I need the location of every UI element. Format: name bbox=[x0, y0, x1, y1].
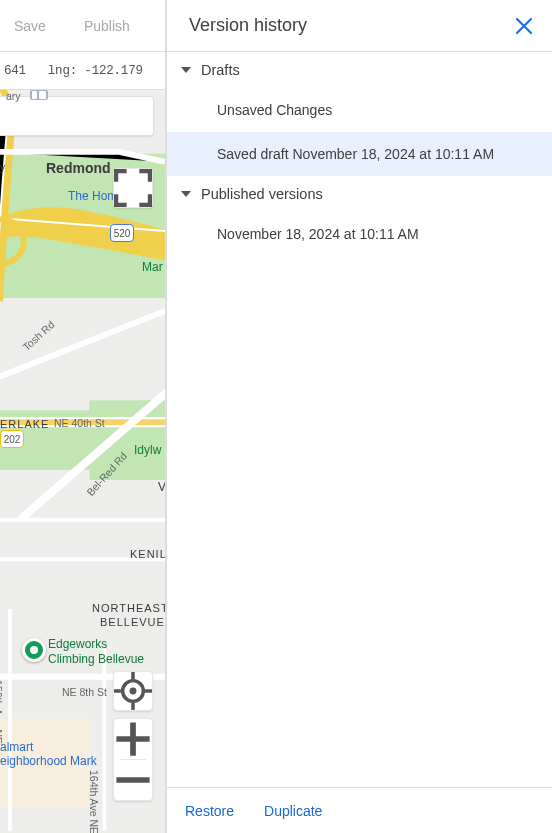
zoom-control bbox=[113, 718, 153, 801]
library-icon bbox=[30, 90, 48, 100]
published-version[interactable]: November 18, 2024 at 10:11 AM bbox=[167, 212, 552, 256]
section-published[interactable]: Published versions bbox=[167, 176, 552, 212]
chevron-down-icon bbox=[181, 67, 191, 73]
svg-point-10 bbox=[130, 688, 137, 695]
panel-footer: Restore Duplicate bbox=[167, 787, 552, 833]
svg-rect-7 bbox=[32, 91, 37, 99]
section-label: Published versions bbox=[201, 186, 323, 202]
locate-button[interactable] bbox=[113, 671, 153, 711]
chevron-down-icon bbox=[181, 191, 191, 197]
lng-value: -122.179 bbox=[84, 64, 142, 78]
shield-202: 202 bbox=[0, 430, 24, 448]
version-list: Drafts Unsaved Changes Saved draft Novem… bbox=[167, 52, 552, 787]
map-search-input[interactable] bbox=[0, 96, 154, 136]
close-button[interactable] bbox=[512, 14, 536, 38]
minus-icon bbox=[114, 760, 152, 800]
plus-icon bbox=[114, 719, 152, 759]
coordinate-bar: 641 lng: -122.179 bbox=[0, 52, 165, 90]
locate-icon bbox=[114, 672, 152, 710]
draft-saved[interactable]: Saved draft November 18, 2024 at 10:11 A… bbox=[167, 132, 552, 176]
svg-rect-4 bbox=[89, 400, 165, 480]
duplicate-button[interactable]: Duplicate bbox=[264, 803, 322, 819]
fullscreen-icon bbox=[114, 169, 152, 207]
shield-520: 520 bbox=[110, 224, 134, 242]
panel-title: Version history bbox=[189, 15, 307, 36]
section-drafts[interactable]: Drafts bbox=[167, 52, 552, 88]
map[interactable]: ary Redmond y The Home Dep Mar Tosh Rd E… bbox=[0, 90, 165, 833]
svg-rect-8 bbox=[39, 91, 46, 99]
section-label: Drafts bbox=[201, 62, 240, 78]
publish-button[interactable]: Publish bbox=[74, 12, 140, 40]
zoom-in-button[interactable] bbox=[114, 719, 152, 759]
panel-header: Version history bbox=[167, 0, 552, 52]
svg-rect-3 bbox=[0, 718, 89, 807]
fullscreen-button[interactable] bbox=[113, 168, 153, 208]
restore-button[interactable]: Restore bbox=[185, 803, 234, 819]
zoom-out-button[interactable] bbox=[114, 760, 152, 800]
poi-marker-edgeworks[interactable] bbox=[22, 638, 46, 662]
lat-value: 641 bbox=[4, 64, 26, 78]
save-button[interactable]: Save bbox=[4, 12, 56, 40]
close-icon bbox=[514, 16, 534, 36]
toolbar: Save Publish bbox=[0, 0, 165, 52]
draft-unsaved[interactable]: Unsaved Changes bbox=[167, 88, 552, 132]
